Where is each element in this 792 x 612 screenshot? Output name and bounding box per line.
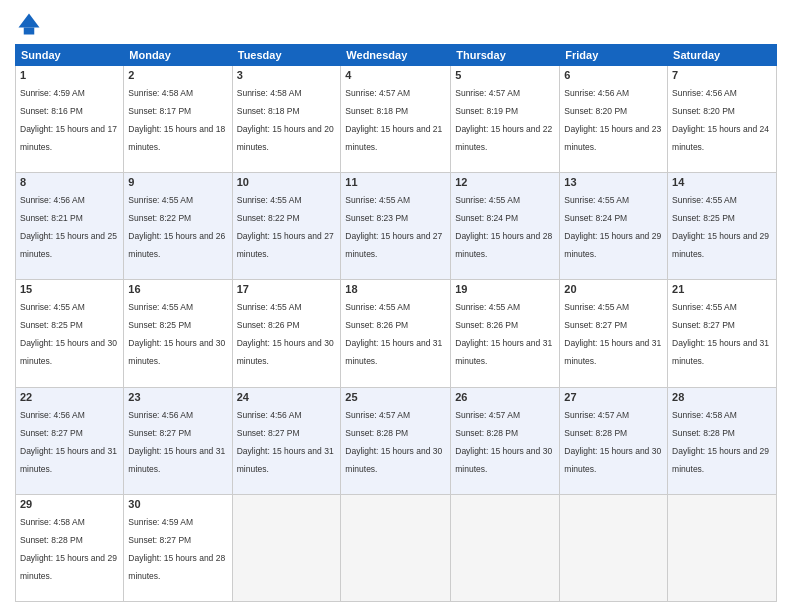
day-of-week-header: Wednesday xyxy=(341,45,451,66)
day-of-week-header: Thursday xyxy=(451,45,560,66)
svg-rect-2 xyxy=(24,28,35,35)
calendar-cell: 23 Sunrise: 4:56 AMSunset: 8:27 PMDaylig… xyxy=(124,387,232,494)
day-info: Sunrise: 4:58 AMSunset: 8:28 PMDaylight:… xyxy=(672,410,769,474)
calendar-cell: 30 Sunrise: 4:59 AMSunset: 8:27 PMDaylig… xyxy=(124,494,232,601)
day-info: Sunrise: 4:55 AMSunset: 8:27 PMDaylight:… xyxy=(564,302,661,366)
day-info: Sunrise: 4:55 AMSunset: 8:24 PMDaylight:… xyxy=(564,195,661,259)
day-number: 27 xyxy=(564,391,663,403)
day-info: Sunrise: 4:57 AMSunset: 8:28 PMDaylight:… xyxy=(345,410,442,474)
calendar-cell: 11 Sunrise: 4:55 AMSunset: 8:23 PMDaylig… xyxy=(341,173,451,280)
day-info: Sunrise: 4:56 AMSunset: 8:20 PMDaylight:… xyxy=(564,88,661,152)
calendar-cell xyxy=(232,494,341,601)
day-number: 29 xyxy=(20,498,119,510)
day-info: Sunrise: 4:55 AMSunset: 8:25 PMDaylight:… xyxy=(20,302,117,366)
calendar-cell: 5 Sunrise: 4:57 AMSunset: 8:19 PMDayligh… xyxy=(451,66,560,173)
calendar-cell: 12 Sunrise: 4:55 AMSunset: 8:24 PMDaylig… xyxy=(451,173,560,280)
day-of-week-header: Saturday xyxy=(668,45,777,66)
day-info: Sunrise: 4:57 AMSunset: 8:28 PMDaylight:… xyxy=(455,410,552,474)
calendar-cell: 20 Sunrise: 4:55 AMSunset: 8:27 PMDaylig… xyxy=(560,280,668,387)
calendar-cell: 29 Sunrise: 4:58 AMSunset: 8:28 PMDaylig… xyxy=(16,494,124,601)
day-number: 1 xyxy=(20,69,119,81)
calendar-cell: 24 Sunrise: 4:56 AMSunset: 8:27 PMDaylig… xyxy=(232,387,341,494)
day-info: Sunrise: 4:55 AMSunset: 8:23 PMDaylight:… xyxy=(345,195,442,259)
day-number: 12 xyxy=(455,176,555,188)
day-info: Sunrise: 4:55 AMSunset: 8:27 PMDaylight:… xyxy=(672,302,769,366)
day-info: Sunrise: 4:55 AMSunset: 8:26 PMDaylight:… xyxy=(455,302,552,366)
day-info: Sunrise: 4:58 AMSunset: 8:18 PMDaylight:… xyxy=(237,88,334,152)
calendar-cell: 26 Sunrise: 4:57 AMSunset: 8:28 PMDaylig… xyxy=(451,387,560,494)
calendar-week-row: 8 Sunrise: 4:56 AMSunset: 8:21 PMDayligh… xyxy=(16,173,777,280)
day-info: Sunrise: 4:55 AMSunset: 8:22 PMDaylight:… xyxy=(128,195,225,259)
calendar-table: SundayMondayTuesdayWednesdayThursdayFrid… xyxy=(15,44,777,602)
day-of-week-header: Tuesday xyxy=(232,45,341,66)
day-number: 17 xyxy=(237,283,337,295)
day-info: Sunrise: 4:57 AMSunset: 8:18 PMDaylight:… xyxy=(345,88,442,152)
calendar-cell: 15 Sunrise: 4:55 AMSunset: 8:25 PMDaylig… xyxy=(16,280,124,387)
day-number: 2 xyxy=(128,69,227,81)
days-of-week-row: SundayMondayTuesdayWednesdayThursdayFrid… xyxy=(16,45,777,66)
day-info: Sunrise: 4:56 AMSunset: 8:27 PMDaylight:… xyxy=(237,410,334,474)
calendar-cell xyxy=(451,494,560,601)
day-number: 26 xyxy=(455,391,555,403)
calendar-week-row: 1 Sunrise: 4:59 AMSunset: 8:16 PMDayligh… xyxy=(16,66,777,173)
day-number: 16 xyxy=(128,283,227,295)
logo-icon xyxy=(15,10,43,38)
day-info: Sunrise: 4:57 AMSunset: 8:19 PMDaylight:… xyxy=(455,88,552,152)
calendar-cell: 19 Sunrise: 4:55 AMSunset: 8:26 PMDaylig… xyxy=(451,280,560,387)
day-number: 10 xyxy=(237,176,337,188)
day-number: 30 xyxy=(128,498,227,510)
day-number: 5 xyxy=(455,69,555,81)
calendar-cell: 17 Sunrise: 4:55 AMSunset: 8:26 PMDaylig… xyxy=(232,280,341,387)
day-number: 13 xyxy=(564,176,663,188)
day-number: 4 xyxy=(345,69,446,81)
day-info: Sunrise: 4:55 AMSunset: 8:26 PMDaylight:… xyxy=(237,302,334,366)
calendar-cell: 4 Sunrise: 4:57 AMSunset: 8:18 PMDayligh… xyxy=(341,66,451,173)
day-info: Sunrise: 4:59 AMSunset: 8:16 PMDaylight:… xyxy=(20,88,117,152)
day-number: 18 xyxy=(345,283,446,295)
day-number: 8 xyxy=(20,176,119,188)
day-number: 19 xyxy=(455,283,555,295)
day-number: 23 xyxy=(128,391,227,403)
day-info: Sunrise: 4:56 AMSunset: 8:27 PMDaylight:… xyxy=(128,410,225,474)
day-info: Sunrise: 4:58 AMSunset: 8:28 PMDaylight:… xyxy=(20,517,117,581)
day-info: Sunrise: 4:57 AMSunset: 8:28 PMDaylight:… xyxy=(564,410,661,474)
day-number: 24 xyxy=(237,391,337,403)
day-number: 14 xyxy=(672,176,772,188)
day-of-week-header: Sunday xyxy=(16,45,124,66)
day-number: 20 xyxy=(564,283,663,295)
calendar-cell: 14 Sunrise: 4:55 AMSunset: 8:25 PMDaylig… xyxy=(668,173,777,280)
day-info: Sunrise: 4:55 AMSunset: 8:24 PMDaylight:… xyxy=(455,195,552,259)
day-number: 25 xyxy=(345,391,446,403)
day-number: 9 xyxy=(128,176,227,188)
day-info: Sunrise: 4:59 AMSunset: 8:27 PMDaylight:… xyxy=(128,517,225,581)
day-info: Sunrise: 4:56 AMSunset: 8:21 PMDaylight:… xyxy=(20,195,117,259)
calendar-cell: 1 Sunrise: 4:59 AMSunset: 8:16 PMDayligh… xyxy=(16,66,124,173)
calendar-cell: 21 Sunrise: 4:55 AMSunset: 8:27 PMDaylig… xyxy=(668,280,777,387)
day-info: Sunrise: 4:58 AMSunset: 8:17 PMDaylight:… xyxy=(128,88,225,152)
day-number: 22 xyxy=(20,391,119,403)
day-number: 7 xyxy=(672,69,772,81)
day-number: 6 xyxy=(564,69,663,81)
day-number: 11 xyxy=(345,176,446,188)
day-info: Sunrise: 4:55 AMSunset: 8:25 PMDaylight:… xyxy=(672,195,769,259)
calendar-cell: 27 Sunrise: 4:57 AMSunset: 8:28 PMDaylig… xyxy=(560,387,668,494)
calendar-cell: 2 Sunrise: 4:58 AMSunset: 8:17 PMDayligh… xyxy=(124,66,232,173)
calendar-cell: 8 Sunrise: 4:56 AMSunset: 8:21 PMDayligh… xyxy=(16,173,124,280)
day-info: Sunrise: 4:56 AMSunset: 8:20 PMDaylight:… xyxy=(672,88,769,152)
day-number: 15 xyxy=(20,283,119,295)
calendar-cell xyxy=(560,494,668,601)
calendar-cell: 9 Sunrise: 4:55 AMSunset: 8:22 PMDayligh… xyxy=(124,173,232,280)
day-number: 28 xyxy=(672,391,772,403)
day-of-week-header: Monday xyxy=(124,45,232,66)
calendar-cell: 7 Sunrise: 4:56 AMSunset: 8:20 PMDayligh… xyxy=(668,66,777,173)
day-number: 21 xyxy=(672,283,772,295)
calendar-cell: 22 Sunrise: 4:56 AMSunset: 8:27 PMDaylig… xyxy=(16,387,124,494)
day-info: Sunrise: 4:55 AMSunset: 8:25 PMDaylight:… xyxy=(128,302,225,366)
calendar-week-row: 15 Sunrise: 4:55 AMSunset: 8:25 PMDaylig… xyxy=(16,280,777,387)
day-info: Sunrise: 4:55 AMSunset: 8:22 PMDaylight:… xyxy=(237,195,334,259)
page-header xyxy=(15,10,777,38)
calendar-body: 1 Sunrise: 4:59 AMSunset: 8:16 PMDayligh… xyxy=(16,66,777,602)
calendar-cell: 3 Sunrise: 4:58 AMSunset: 8:18 PMDayligh… xyxy=(232,66,341,173)
day-info: Sunrise: 4:55 AMSunset: 8:26 PMDaylight:… xyxy=(345,302,442,366)
calendar-cell: 13 Sunrise: 4:55 AMSunset: 8:24 PMDaylig… xyxy=(560,173,668,280)
